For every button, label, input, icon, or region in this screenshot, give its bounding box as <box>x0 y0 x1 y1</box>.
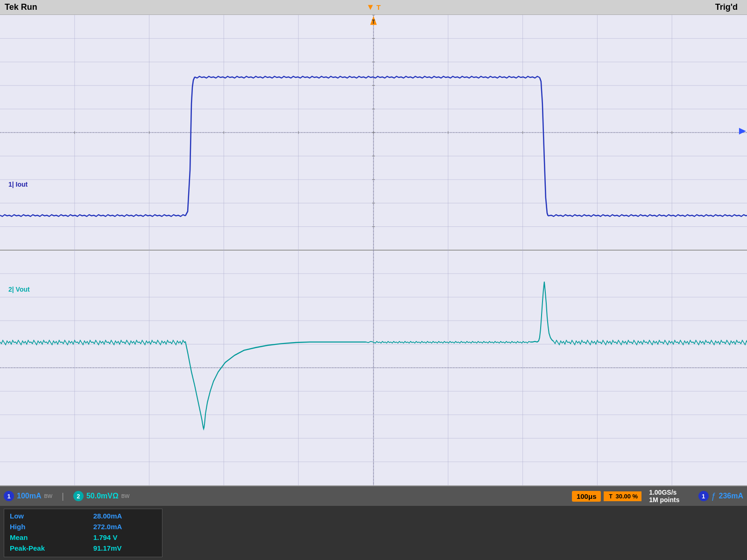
waveform-display: T 1| Iout 2| Vout <box>0 15 747 485</box>
waveform-svg: T <box>0 15 747 485</box>
ch2-label: 2| Vout <box>8 286 30 293</box>
meas-value-mean: 1.794 V <box>93 533 156 543</box>
run-label: Run <box>21 2 37 12</box>
trigger-setting: 1 ƒ 236mA <box>698 491 744 501</box>
trig-badge-label: 1 <box>702 493 705 500</box>
meas-label-high: High <box>10 523 79 532</box>
ch1-badge[interactable]: 1 <box>4 491 14 501</box>
meas-label-peakpeak: Peak-Peak <box>10 544 79 554</box>
separator1: | <box>62 491 64 501</box>
svg-text:T: T <box>372 18 375 25</box>
brand-run: Tek Run <box>5 2 37 12</box>
brand-label: Tek <box>5 2 19 12</box>
trig-badge[interactable]: 1 <box>698 491 709 501</box>
ch2-scale: 50.0mVΩ <box>86 492 119 500</box>
meas-label-low: Low <box>10 512 79 522</box>
ch1-bw: BW <box>44 493 52 499</box>
ch1-label: 1| Iout <box>8 181 28 188</box>
sample-points-label: 1M points <box>649 496 679 504</box>
sample-rate: 1.00GS/s 1M points <box>644 487 684 505</box>
trig-symbol: ƒ <box>712 491 716 501</box>
ch1-badge-label: 1 <box>7 493 10 500</box>
controls-bar: 1 100mA BW | 2 50.0mVΩ BW 100μs T <box>0 485 747 560</box>
ch2-setting: 2 50.0mVΩ BW <box>73 491 130 501</box>
ch2-bw: BW <box>121 493 130 499</box>
sample-rate-label: 1.00GS/s <box>649 489 679 496</box>
ch2-badge-label: 2 <box>77 493 80 500</box>
time-settings: 100μs T 30.00 % 1.00GS/s 1M points <box>572 487 684 505</box>
time-percent[interactable]: T 30.00 % <box>604 491 641 501</box>
meas-value-high: 272.0mA <box>93 523 156 532</box>
ch1-scale: 100mA <box>17 492 41 500</box>
ch2-badge[interactable]: 2 <box>73 491 84 501</box>
top-bar: Tek Run ▼ T Trig'd <box>0 0 747 15</box>
ch1-setting: 1 100mA BW <box>4 491 52 501</box>
measurements-box: Low 28.00mA High 272.0mA Mean 1.794 V Pe… <box>4 509 162 557</box>
trig-value: 236mA <box>719 492 743 500</box>
measurements-row: Low 28.00mA High 272.0mA Mean 1.794 V Pe… <box>0 506 747 560</box>
meas-value-peakpeak: 91.17mV <box>93 544 156 554</box>
meas-label-mean: Mean <box>10 533 79 543</box>
top-bar-center: ▼ T <box>366 2 381 12</box>
time-per-div-label: 100μs <box>577 492 597 500</box>
trigger-marker-label: T <box>376 3 381 11</box>
time-percent-label: 30.00 % <box>615 493 638 500</box>
trig-status: Trig'd <box>715 2 738 12</box>
trigger-top-indicator: ▼ <box>366 2 375 12</box>
oscilloscope: Tek Run ▼ T Trig'd <box>0 0 747 560</box>
time-per-div[interactable]: 100μs <box>572 491 601 502</box>
meas-value-low: 28.00mA <box>93 512 156 522</box>
controls-top-row: 1 100mA BW | 2 50.0mVΩ BW 100μs T <box>0 486 747 506</box>
trigger-t-icon: T <box>607 493 613 500</box>
